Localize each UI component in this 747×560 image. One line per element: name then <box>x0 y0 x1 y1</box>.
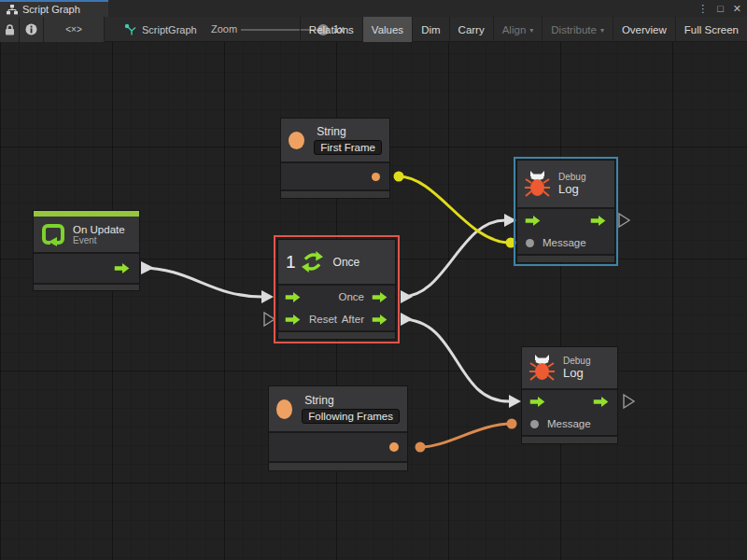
fullscreen-button[interactable]: Full Screen <box>675 17 747 42</box>
string-output-port[interactable] <box>372 173 380 181</box>
node-title: String <box>317 125 382 138</box>
node-on-update[interactable]: On Update Event <box>33 210 140 291</box>
zoom-label: Zoom <box>211 23 237 35</box>
once-iteration-count: 1 <box>286 252 296 273</box>
string-type-icon <box>289 132 304 149</box>
port-label-once: Once <box>339 291 365 302</box>
graph-hierarchy-icon <box>7 5 18 15</box>
distribute-label: Distribute <box>551 24 597 35</box>
port-label-reset: Reset <box>309 314 337 325</box>
string-value-field[interactable]: First Frame <box>314 140 382 155</box>
toolbar-buttons: Relations Values Dim Carry Align ▾ Distr… <box>300 17 747 42</box>
distribute-button[interactable]: Distribute ▾ <box>542 17 613 42</box>
node-debug-log-top[interactable]: Debug Log Message <box>516 160 615 263</box>
message-input-port[interactable] <box>530 420 539 428</box>
window-menu-icon[interactable]: ⋮ <box>698 3 708 15</box>
overview-button[interactable]: Overview <box>613 17 675 42</box>
close-icon[interactable]: ✕ <box>733 3 741 15</box>
port-label-message: Message <box>543 237 586 248</box>
flow-input-port[interactable] <box>529 397 547 407</box>
flow-output-port[interactable] <box>589 216 608 226</box>
flow-output-port[interactable] <box>113 263 132 273</box>
tab-title: Script Graph <box>22 4 80 15</box>
node-title: Log <box>558 182 585 196</box>
on-update-loop-icon <box>41 222 65 246</box>
node-surtitle: Debug <box>563 356 590 366</box>
carry-button[interactable]: Carry <box>449 17 493 42</box>
port-label-message: Message <box>547 418 591 429</box>
info-icon <box>25 23 37 35</box>
node-subtitle: Event <box>73 235 125 245</box>
flow-input-port[interactable] <box>524 216 543 226</box>
node-debug-log-bottom[interactable]: Debug Log Message <box>521 346 618 444</box>
flow-output-port[interactable] <box>371 315 389 325</box>
info-button[interactable] <box>20 17 44 42</box>
string-output-port[interactable] <box>389 442 399 452</box>
flow-output-port[interactable] <box>592 397 611 407</box>
string-type-icon <box>276 399 292 419</box>
once-cycle-icon <box>302 250 323 273</box>
bug-icon <box>529 354 555 382</box>
node-title: String <box>304 394 400 407</box>
lock-button[interactable] <box>0 17 20 42</box>
message-input-port[interactable] <box>526 239 534 247</box>
flow-output-port[interactable] <box>371 292 389 302</box>
node-title: On Update <box>73 224 125 235</box>
port-label-after: After <box>342 314 364 325</box>
graph-name[interactable]: ScriptGraph <box>124 17 197 42</box>
graph-name-label: ScriptGraph <box>142 24 197 35</box>
script-graph-window: Script Graph ⋮ □ ✕ <×> <box>0 0 747 560</box>
align-label: Align <box>502 24 527 35</box>
node-string-first[interactable]: String First Frame <box>280 118 390 199</box>
flow-input-port[interactable] <box>284 292 303 302</box>
align-button[interactable]: Align ▾ <box>493 17 543 42</box>
bug-icon <box>525 170 550 198</box>
string-value-field[interactable]: Following Frames <box>302 409 400 424</box>
values-button[interactable]: Values <box>362 17 412 42</box>
relations-button[interactable]: Relations <box>300 17 362 42</box>
tab-script-graph[interactable]: Script Graph <box>0 0 108 17</box>
titlebar: Script Graph ⋮ □ ✕ <box>0 0 747 17</box>
script-graph-icon <box>124 23 136 35</box>
chevron-down-icon: ▾ <box>529 26 533 35</box>
node-string-following[interactable]: String Following Frames <box>268 385 408 471</box>
flow-input-port[interactable] <box>284 315 303 325</box>
node-title: Log <box>563 366 590 380</box>
toolbar: <×> ScriptGraph Zoom 1x Relations Values… <box>0 17 747 42</box>
chevron-down-icon: ▾ <box>600 26 604 35</box>
lock-icon <box>5 24 15 35</box>
code-view-button[interactable]: <×> <box>44 17 105 42</box>
node-surtitle: Debug <box>558 172 585 182</box>
node-title: Once <box>333 256 360 269</box>
maximize-icon[interactable]: □ <box>717 3 724 14</box>
node-once[interactable]: 1 Once Once Reset After <box>277 239 396 340</box>
dim-button[interactable]: Dim <box>412 17 448 42</box>
